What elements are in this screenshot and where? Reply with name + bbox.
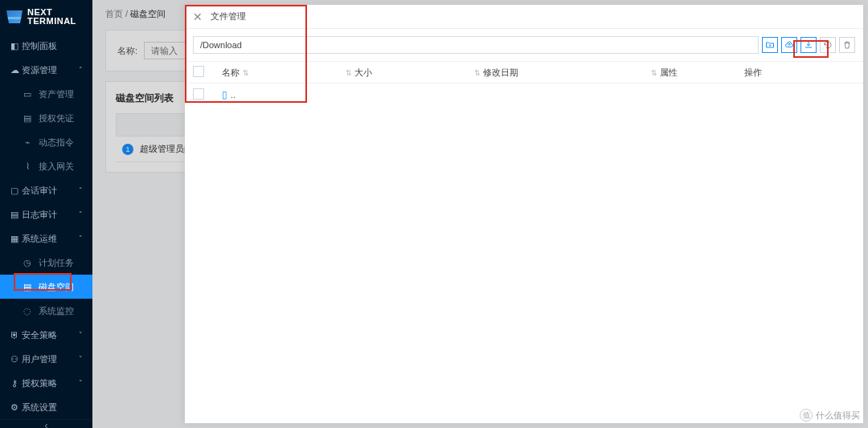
path-toolbar xyxy=(185,29,863,61)
sidebar: NEXT TERMINAL ◧ 控制面板 ☁ 资源管理˄ ▭ 资产管理 ▤ 授权… xyxy=(0,0,92,428)
select-all-checkbox[interactable] xyxy=(193,66,204,77)
file-name-cell[interactable]: ▯.. xyxy=(222,89,342,100)
desktop-icon: ▭ xyxy=(23,89,32,100)
sidebar-item-cron[interactable]: ◷ 计划任务 xyxy=(0,251,92,275)
trash-icon xyxy=(842,40,852,50)
file-row-up[interactable]: ▯.. xyxy=(185,84,863,106)
close-icon[interactable]: ✕ xyxy=(193,10,203,23)
sort-icon: ⇅ xyxy=(243,69,249,77)
sidebar-item-authz[interactable]: ⚷ 授权策略˅ xyxy=(0,371,92,395)
modal-title: 文件管理 xyxy=(211,10,246,22)
user-icon: ⚇ xyxy=(10,354,19,365)
sidebar-collapse[interactable]: ‹ xyxy=(0,419,92,428)
download-button[interactable] xyxy=(800,37,817,53)
path-input[interactable] xyxy=(193,36,759,54)
col-attr[interactable]: ⇅ 属性 xyxy=(648,67,744,79)
row-checkbox[interactable] xyxy=(193,88,204,100)
chevron-down-icon: ˅ xyxy=(79,379,83,387)
sidebar-item-users[interactable]: ⚇ 用户管理˅ xyxy=(0,347,92,371)
sidebar-item-resources[interactable]: ☁ 资源管理˄ xyxy=(0,58,92,82)
disk-icon: ▤ xyxy=(23,282,32,292)
download-icon xyxy=(804,40,813,50)
chevron-up-icon: ˄ xyxy=(79,234,83,243)
upload-icon xyxy=(784,40,794,50)
folder-plus-icon xyxy=(765,40,775,50)
sidebar-item-ops[interactable]: ▦ 系统运维˄ xyxy=(0,226,92,251)
sidebar-nav: ◧ 控制面板 ☁ 资源管理˄ ▭ 资产管理 ▤ 授权凭证 ⌁ 动态指令 ⌇ 接入… xyxy=(0,34,92,419)
sidebar-item-gateway[interactable]: ⌇ 接入网关 xyxy=(0,154,92,178)
sort-icon: ⇅ xyxy=(651,69,657,77)
chevron-down-icon: ˅ xyxy=(79,355,83,363)
app-name: NEXT TERMINAL xyxy=(27,8,76,26)
app-logo: NEXT TERMINAL xyxy=(0,0,92,34)
sidebar-item-security[interactable]: ⛨ 安全策略˅ xyxy=(0,323,92,347)
watermark-text: 什么值得买 xyxy=(816,410,860,422)
logo-icon xyxy=(6,10,23,23)
chevron-down-icon: ˅ xyxy=(79,186,83,194)
dashboard-icon: ◧ xyxy=(10,41,19,51)
link-icon: ⌇ xyxy=(23,161,32,172)
gear-icon: ⚙ xyxy=(10,402,19,413)
col-mtime[interactable]: ⇅ 修改日期 xyxy=(471,67,648,79)
refresh-icon xyxy=(823,40,833,50)
sidebar-item-assets[interactable]: ▭ 资产管理 xyxy=(0,82,92,106)
new-folder-button[interactable] xyxy=(762,37,778,53)
col-size[interactable]: ⇅ 大小 xyxy=(342,67,471,79)
sidebar-item-log-audit[interactable]: ▤ 日志审计˅ xyxy=(0,202,92,226)
watermark-icon: 值 xyxy=(800,409,813,422)
sidebar-item-settings[interactable]: ⚙ 系统设置 xyxy=(0,395,92,419)
server-icon: ▦ xyxy=(10,234,19,244)
bolt-icon: ⌁ xyxy=(23,137,32,148)
refresh-button[interactable] xyxy=(820,37,836,53)
sort-icon: ⇅ xyxy=(346,69,352,77)
sidebar-item-credentials[interactable]: ▤ 授权凭证 xyxy=(0,106,92,130)
auth-icon: ⚷ xyxy=(10,378,19,389)
upload-button[interactable] xyxy=(781,37,797,53)
folder-icon: ▯ xyxy=(222,89,227,100)
key-icon: ▤ xyxy=(23,113,32,124)
delete-button[interactable] xyxy=(839,37,855,53)
sidebar-item-commands[interactable]: ⌁ 动态指令 xyxy=(0,130,92,154)
sort-icon: ⇅ xyxy=(474,69,481,77)
file-manager-modal: ✕ 文件管理 名称⇅ ⇅ 大小 ⇅ 修改日期 xyxy=(185,5,863,423)
clock-icon: ◷ xyxy=(23,258,32,268)
chat-icon: ▢ xyxy=(10,185,19,196)
shield-icon: ⛨ xyxy=(10,330,19,340)
sidebar-item-session-audit[interactable]: ▢ 会话审计˅ xyxy=(0,178,92,202)
cloud-icon: ☁ xyxy=(10,65,19,75)
file-table-header: 名称⇅ ⇅ 大小 ⇅ 修改日期 ⇅ 属性 操作 xyxy=(185,61,863,84)
col-action: 操作 xyxy=(744,67,855,79)
search-icon: ◌ xyxy=(23,306,32,316)
sidebar-item-dashboard[interactable]: ◧ 控制面板 xyxy=(0,34,92,58)
chevron-down-icon: ˅ xyxy=(79,210,83,218)
sidebar-item-monitor[interactable]: ◌ 系统监控 xyxy=(0,299,92,323)
col-name[interactable]: 名称⇅ xyxy=(222,67,342,79)
chevron-down-icon: ˅ xyxy=(79,331,83,339)
doc-icon: ▤ xyxy=(10,210,19,220)
chevron-up-icon: ˄ xyxy=(79,66,83,74)
sidebar-item-disk[interactable]: ▤ 磁盘空间 xyxy=(0,275,92,299)
modal-header: ✕ 文件管理 xyxy=(185,5,863,29)
watermark: 值 什么值得买 xyxy=(800,409,860,422)
